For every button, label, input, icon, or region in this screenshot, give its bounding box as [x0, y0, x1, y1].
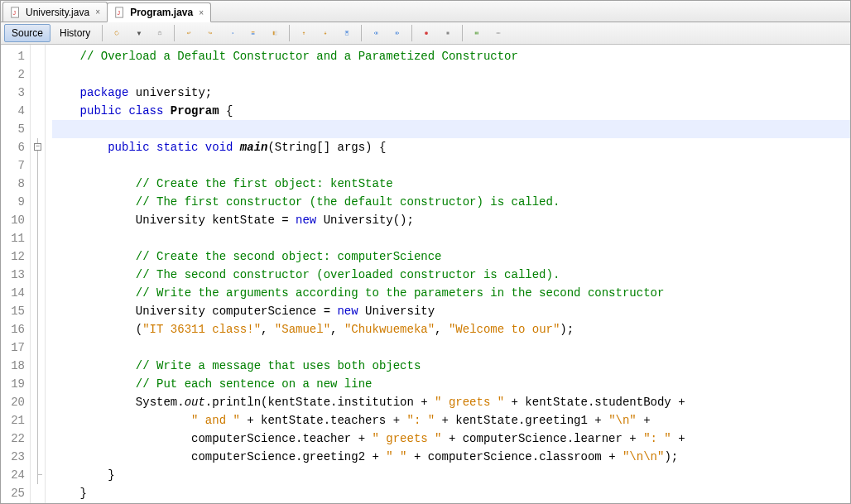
prev-bookmark-button[interactable] [294, 24, 314, 42]
code-area[interactable]: // Overload a Default Constructor and a … [46, 45, 850, 503]
line-number: 4 [1, 102, 30, 120]
close-icon[interactable]: × [94, 8, 102, 17]
code-line[interactable]: // The second constructor (overloaded co… [52, 266, 850, 284]
export-button[interactable] [150, 24, 170, 42]
shift-right-button[interactable] [387, 24, 407, 42]
shift-left-button[interactable] [366, 24, 386, 42]
code-line[interactable]: computerScience.teacher + " greets " + c… [52, 430, 850, 448]
line-number: 20 [1, 393, 30, 411]
find-selection-button[interactable] [243, 24, 263, 42]
code-line[interactable]: // Write the arguments according to the … [52, 284, 850, 302]
comment-button[interactable] [467, 24, 487, 42]
stop-macro-button[interactable] [438, 24, 458, 42]
dropdown-arrow-icon: ▼ [136, 30, 142, 37]
fold-cell [31, 357, 45, 375]
code-line[interactable] [52, 229, 850, 247]
uncomment-button[interactable] [488, 24, 508, 42]
fold-toggle[interactable]: − [34, 143, 41, 151]
code-editor[interactable]: 1234567891011121314151617181920212223242… [1, 45, 850, 503]
line-number: 5 [1, 120, 30, 138]
line-number: 9 [1, 193, 30, 211]
code-line[interactable]: " and " + kentState.teachers + ": " + ke… [52, 411, 850, 430]
line-number: 18 [1, 357, 30, 375]
fold-cell [31, 430, 45, 448]
fold-cell [31, 247, 45, 266]
line-number: 24 [1, 466, 30, 484]
java-file-icon: J [114, 7, 126, 18]
file-tab[interactable]: JProgram.java× [107, 2, 211, 22]
line-number: 21 [1, 411, 30, 430]
separator [289, 25, 290, 41]
fold-cell [31, 175, 45, 193]
fold-cell [31, 411, 45, 430]
fold-cell [31, 266, 45, 284]
svg-point-17 [426, 31, 429, 35]
code-line[interactable]: } [52, 466, 850, 484]
line-number: 23 [1, 448, 30, 466]
code-line[interactable]: // Put each sentence on a new line [52, 375, 850, 393]
code-line[interactable]: // Write a message that uses both object… [52, 357, 850, 375]
line-number: 16 [1, 320, 30, 338]
line-number: 13 [1, 266, 30, 284]
code-line[interactable]: public class Program { [52, 102, 850, 120]
toggle-highlight-button[interactable] [265, 24, 285, 42]
start-macro-button[interactable] [416, 24, 436, 42]
fold-cell [31, 375, 45, 393]
toolbar: Source History ▼ [1, 22, 850, 45]
svg-rect-8 [252, 31, 255, 32]
code-line[interactable]: University computerScience = new Univers… [52, 302, 850, 320]
tab-title: Program.java [130, 7, 193, 18]
separator [102, 25, 103, 41]
redo-button[interactable] [200, 24, 220, 42]
history-tab-button[interactable]: History [52, 24, 98, 42]
code-line[interactable] [52, 120, 850, 138]
svg-rect-14 [377, 32, 378, 35]
line-number: 15 [1, 302, 30, 320]
fold-cell [31, 338, 45, 357]
svg-text:J: J [118, 10, 121, 16]
undo-button[interactable] [179, 24, 199, 42]
line-number: 10 [1, 211, 30, 229]
code-line[interactable]: // Overload a Default Constructor and a … [52, 47, 850, 65]
source-tab-button[interactable]: Source [4, 24, 50, 42]
code-line[interactable] [52, 65, 850, 84]
separator [361, 25, 362, 41]
fold-cell: − [31, 138, 45, 156]
line-number-gutter: 1234567891011121314151617181920212223242… [1, 45, 31, 503]
refresh-button[interactable] [107, 24, 127, 42]
code-line[interactable] [52, 156, 850, 175]
line-number: 25 [1, 484, 30, 502]
code-line[interactable]: // The first constructor (the default co… [52, 193, 850, 211]
line-number: 22 [1, 430, 30, 448]
svg-rect-22 [497, 33, 498, 34]
code-line[interactable]: public static void main(String[] args) { [52, 138, 850, 156]
code-line[interactable]: University kentState = new University(); [52, 211, 850, 229]
fold-cell [31, 47, 45, 65]
code-line[interactable]: System.out.println(kentState.institution… [52, 393, 850, 411]
editor-window: JUniversity.java×JProgram.java× Source H… [0, 0, 851, 504]
tab-title: University.java [26, 7, 89, 18]
svg-rect-21 [478, 32, 478, 35]
file-tab[interactable]: JUniversity.java× [2, 2, 108, 22]
code-line[interactable]: computerScience.greeting2 + " " + comput… [52, 448, 850, 466]
separator [411, 25, 412, 41]
code-line[interactable]: ("IT 36311 class!", "Samuel", "Chukwueme… [52, 320, 850, 338]
code-line[interactable]: package university; [52, 84, 850, 102]
svg-rect-20 [477, 32, 478, 35]
code-line[interactable] [52, 338, 850, 357]
next-bookmark-button[interactable] [315, 24, 335, 42]
svg-rect-10 [273, 31, 275, 36]
forward-button[interactable] [222, 24, 242, 42]
svg-rect-15 [396, 32, 397, 35]
fold-cell [31, 84, 45, 102]
save-dropdown-button[interactable]: ▼ [128, 24, 148, 42]
code-line[interactable]: // Create the first object: kentState [52, 175, 850, 193]
toggle-bookmark-button[interactable] [337, 24, 357, 42]
code-line[interactable]: } [52, 484, 850, 502]
line-number: 14 [1, 284, 30, 302]
svg-rect-11 [276, 31, 277, 36]
code-line[interactable]: // Create the second object: computerSci… [52, 247, 850, 266]
line-number: 17 [1, 338, 30, 357]
fold-cell [31, 320, 45, 338]
close-icon[interactable]: × [197, 8, 205, 17]
